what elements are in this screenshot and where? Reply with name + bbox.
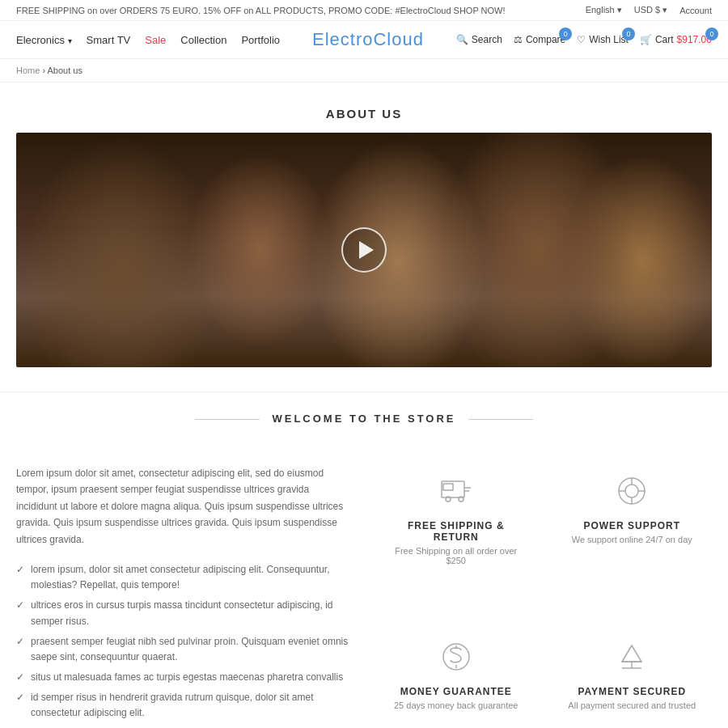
header: Elecronics Smart TV Sale Collection Port… xyxy=(0,21,728,59)
cart-button[interactable]: 🛒 0 Cart $917.00 xyxy=(640,34,712,45)
shipping-desc: Free Shipping on all order over $250 xyxy=(384,546,528,565)
nav-sale[interactable]: Sale xyxy=(145,34,166,46)
about-intro: Lorem ipsum dolor sit amet, consectetur … xyxy=(16,465,352,548)
compare-badge: 0 xyxy=(559,28,572,40)
nav-smart-tv[interactable]: Smart TV xyxy=(87,34,131,46)
video-overlay xyxy=(16,133,712,367)
about-content: Lorem ipsum dolor sit amet, consectetur … xyxy=(0,457,728,728)
shipping-icon xyxy=(384,473,528,514)
money-title: MONEY GUARANTEE xyxy=(384,686,528,697)
wishlist-badge: 0 xyxy=(622,28,635,40)
logo-text1: Electro xyxy=(312,29,373,49)
feature-support: POWER SUPPORT We support online 24/7 on … xyxy=(552,465,713,615)
support-desc: We support online 24/7 on day xyxy=(561,535,705,544)
promo-text: FREE SHIPPING on over ORDERS 75 EURO. 15… xyxy=(16,6,506,15)
nav-right: 🔍 Search ⚖ 0 Compare ♡ 0 Wish List 🛒 0 C… xyxy=(456,34,712,45)
welcome-title: WELCOME TO THE STORE xyxy=(16,400,712,425)
feature-payment: PAYMENT SECURED All payment secured and … xyxy=(552,631,713,728)
breadcrumb-home[interactable]: Home xyxy=(16,66,40,75)
feature-money: MONEY GUARANTEE 25 days money back guara… xyxy=(376,631,536,728)
logo[interactable]: ElectroCloud xyxy=(312,29,424,50)
nav-left: Elecronics Smart TV Sale Collection Port… xyxy=(16,34,280,46)
video-area[interactable] xyxy=(16,133,712,367)
list-item: ultrices eros in cursus turpis massa tin… xyxy=(16,595,352,631)
cart-icon: 🛒 xyxy=(640,34,652,45)
account-link[interactable]: Account xyxy=(679,6,712,15)
top-bar: FREE SHIPPING on over ORDERS 75 EURO. 15… xyxy=(0,0,728,21)
nav-portfolio[interactable]: Portfolio xyxy=(241,34,280,46)
heart-icon: ♡ xyxy=(577,34,586,45)
money-icon xyxy=(384,639,528,679)
currency-selector[interactable]: USD $ ▾ xyxy=(634,5,667,15)
top-bar-right: English ▾ USD $ ▾ Account xyxy=(586,5,712,15)
breadcrumb: Home › About us xyxy=(0,59,728,83)
payment-title: PAYMENT SECURED xyxy=(561,686,705,697)
support-title: POWER SUPPORT xyxy=(561,520,705,531)
search-button[interactable]: 🔍 Search xyxy=(456,34,502,45)
about-text-col: Lorem ipsum dolor sit amet, consectetur … xyxy=(16,465,352,728)
payment-icon xyxy=(561,639,705,679)
svg-point-7 xyxy=(625,485,638,497)
compare-button[interactable]: ⚖ 0 Compare xyxy=(514,34,565,45)
welcome-section: WELCOME TO THE STORE xyxy=(0,392,728,457)
compare-icon: ⚖ xyxy=(514,34,523,45)
wishlist-button[interactable]: ♡ 0 Wish List xyxy=(577,34,629,45)
payment-desc: All payment secured and trusted xyxy=(561,700,705,710)
breadcrumb-current: About us xyxy=(48,66,83,75)
shipping-title: FREE SHIPPING & RETURN xyxy=(384,520,528,543)
language-selector[interactable]: English ▾ xyxy=(586,5,622,15)
feature-shipping: FREE SHIPPING & RETURN Free Shipping on … xyxy=(376,465,536,615)
nav-electronics[interactable]: Elecronics xyxy=(16,34,72,46)
list-item: id semper risus in hendrerit gravida rut… xyxy=(16,688,352,723)
money-desc: 25 days money back guarantee xyxy=(384,700,528,710)
search-icon: 🔍 xyxy=(456,34,468,45)
logo-text2: Cloud xyxy=(373,29,423,49)
features-grid: FREE SHIPPING & RETURN Free Shipping on … xyxy=(376,465,712,728)
list-item: lorem ipsum, dolor sit amet consectetur … xyxy=(16,560,352,595)
list-item: situs ut malesuada fames ac turpis egest… xyxy=(16,667,352,688)
language-arrow: ▾ xyxy=(617,5,622,15)
cart-badge: 0 xyxy=(705,28,718,40)
currency-arrow: ▾ xyxy=(662,5,667,15)
svg-rect-1 xyxy=(443,484,453,490)
support-icon xyxy=(561,473,705,514)
list-item: praesent semper feugiat nibh sed pulvina… xyxy=(16,632,352,667)
list-item: habitasse platea dictumst quisque sagitt… xyxy=(16,724,352,728)
about-list: lorem ipsum, dolor sit amet consectetur … xyxy=(16,560,352,728)
page-title: ABOUT US xyxy=(0,83,728,133)
nav-collection[interactable]: Collection xyxy=(180,34,226,46)
play-button[interactable] xyxy=(341,227,387,273)
